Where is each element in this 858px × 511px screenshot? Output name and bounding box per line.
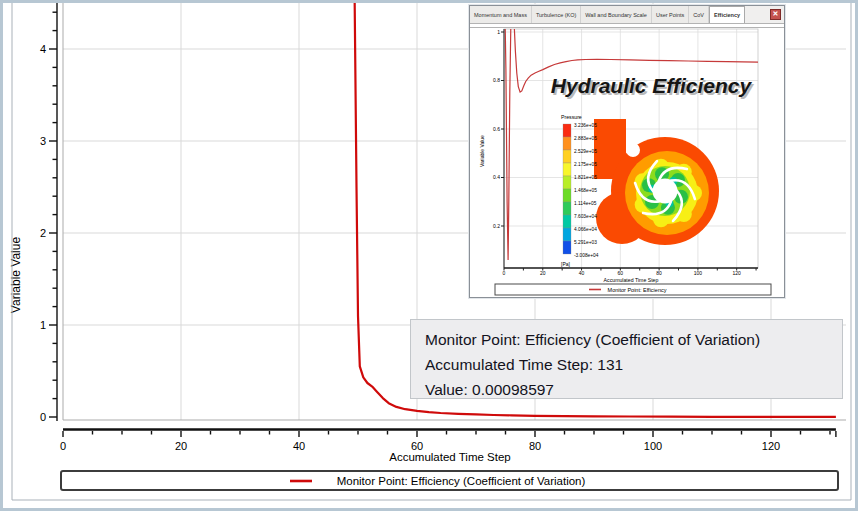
y-tick-label: 2 — [40, 227, 46, 239]
tab-cov[interactable]: CoV — [689, 6, 709, 23]
inset-y-tick: 0.4 — [493, 174, 500, 180]
inset-x-tick: 80 — [656, 270, 662, 276]
inset-y-tick: 0.6 — [493, 126, 500, 132]
main-x-axis — [63, 430, 836, 438]
tooltip-time-step: Accumulated Time Step: 131 — [425, 352, 842, 377]
tab-efficiency[interactable]: Efficiency — [709, 6, 745, 23]
x-tick-label: 120 — [762, 440, 780, 452]
inset-x-tick: 0 — [503, 270, 506, 276]
close-icon[interactable]: ✕ — [770, 9, 781, 20]
y-tick-label: 4 — [40, 43, 46, 55]
inset-x-tick: 100 — [694, 270, 703, 276]
tab-momentum-and-mass[interactable]: Momentum and Mass — [470, 6, 532, 23]
pump-pressure-contour — [594, 119, 719, 245]
pressure-legend-value: -3.008e+04 — [574, 253, 599, 258]
pressure-legend-value: 1.821e+05 — [574, 175, 597, 180]
tab-wall-and-boundary-scale[interactable]: Wall and Boundary Scale — [581, 6, 652, 23]
main-y-axis-title: Variable Value — [9, 237, 23, 314]
efficiency-monitor-window: Momentum and MassTurbulence (KO)Wall and… — [469, 5, 785, 298]
pressure-legend-value: 2.175e+05 — [574, 162, 597, 167]
main-y-axis — [49, 0, 57, 421]
y-tick-label: 1 — [40, 319, 46, 331]
pressure-legend-value: 1.114e+05 — [574, 201, 597, 206]
pressure-legend: Pressure3.236e+052.883e+052.529e+052.175… — [561, 114, 599, 267]
x-tick-label: 100 — [644, 440, 662, 452]
pressure-legend-value: 1.468e+05 — [574, 188, 597, 193]
pressure-legend-value: 2.883e+05 — [574, 136, 597, 141]
inset-x-tick: 120 — [733, 270, 742, 276]
y-tick-label: 3 — [40, 135, 46, 147]
main-legend-label: Monitor Point: Efficiency (Coefficient o… — [337, 475, 586, 487]
pressure-legend-title: Pressure — [561, 114, 582, 120]
inset-legend-label: Monitor Point: Efficiency — [608, 287, 667, 293]
tooltip-value: Value: 0.00098597 — [425, 377, 842, 402]
inset-x-tick: 60 — [618, 270, 624, 276]
inset-x-axis-title: Accumulated Time Step — [604, 277, 659, 283]
inset-title: Hydraulic Efficiency — [551, 74, 753, 97]
solver-monitor-screen: 01234Variable Value020406080100120Accumu… — [0, 0, 858, 511]
inset-y-tick: 0.8 — [493, 77, 500, 83]
inset-y-axis-title: Variable Value — [479, 135, 485, 167]
inset-y-tick: 1 — [497, 29, 500, 35]
inset-legend: Monitor Point: Efficiency — [495, 284, 771, 295]
hydraulic-efficiency-chart[interactable]: Pressure3.236e+052.883e+052.529e+052.175… — [470, 26, 784, 297]
tab-user-points[interactable]: User Points — [652, 6, 689, 23]
pressure-legend-value: 5.291e+03 — [574, 240, 597, 245]
x-tick-label: 80 — [529, 440, 541, 452]
x-tick-label: 40 — [293, 440, 305, 452]
monitor-tab-bar: Momentum and MassTurbulence (KO)Wall and… — [470, 6, 784, 23]
inset-x-tick: 20 — [540, 270, 546, 276]
x-tick-label: 0 — [60, 440, 66, 452]
x-tick-label: 20 — [175, 440, 187, 452]
inset-x-tick: 40 — [579, 270, 585, 276]
y-tick-label: 0 — [40, 411, 46, 423]
monitor-point-tooltip: Monitor Point: Efficiency (Coefficient o… — [410, 319, 843, 399]
inset-y-tick: 0.2 — [493, 223, 500, 229]
pressure-legend-value: 2.529e+05 — [574, 149, 597, 154]
pressure-legend-unit: [Pa] — [561, 261, 571, 267]
main-legend: Monitor Point: Efficiency (Coefficient o… — [61, 471, 838, 490]
pressure-legend-value: 3.236e+05 — [574, 123, 597, 128]
tooltip-monitor-point: Monitor Point: Efficiency (Coefficient o… — [425, 327, 842, 352]
tab-turbulence-ko-[interactable]: Turbulence (KO) — [532, 6, 581, 23]
pressure-legend-value: 4.066e+04 — [574, 227, 597, 232]
pressure-legend-value: 7.603e+04 — [574, 214, 597, 219]
main-x-axis-title: Accumulated Time Step — [389, 451, 510, 463]
